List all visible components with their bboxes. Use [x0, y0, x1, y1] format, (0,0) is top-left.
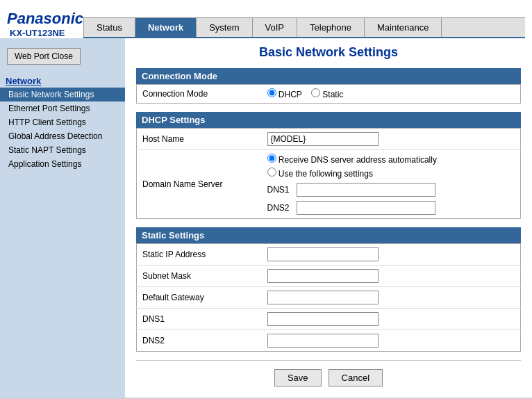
dhcp-label: DHCP [279, 90, 302, 99]
static-option[interactable]: Static [311, 90, 343, 99]
content-area: Basic Network Settings Connection Mode C… [125, 38, 532, 398]
nav-item-status[interactable]: Status [83, 18, 135, 37]
subnet-mask-row: Subnet Mask [137, 266, 521, 287]
dns-label: Domain Name Server [137, 150, 262, 219]
web-port-close-button[interactable]: Web Port Close [7, 48, 81, 65]
main-layout: Web Port Close Network Basic Network Set… [0, 38, 532, 398]
sidebar-item-http-client-settings[interactable]: HTTP Client Settings [0, 115, 125, 129]
sidebar-item-ethernet-port-settings[interactable]: Ethernet Port Settings [0, 101, 125, 115]
static-dns2-row: DNS2 [137, 330, 521, 352]
static-dns1-cell [262, 309, 521, 330]
static-radio[interactable] [311, 88, 320, 97]
dns-options-cell: Receive DNS server address automatically… [262, 150, 521, 219]
static-dns1-input[interactable] [267, 312, 379, 326]
dhcp-dns2-input[interactable] [297, 201, 435, 215]
sidebar-item-global-address-detection[interactable]: Global Address Detection [0, 129, 125, 143]
dhcp-radio[interactable] [267, 88, 276, 97]
dns-manual-radio[interactable] [267, 168, 276, 177]
static-settings-table: Static IP Address Subnet Mask Default Ga… [136, 243, 521, 352]
static-dns2-input[interactable] [267, 334, 379, 348]
nav-item-telephone[interactable]: Telephone [297, 18, 365, 37]
dhcp-option[interactable]: DHCP [267, 90, 304, 99]
dns1-label: DNS1 [267, 185, 292, 195]
static-ip-label: Static IP Address [137, 244, 262, 266]
sidebar-item-static-napt-settings[interactable]: Static NAPT Settings [0, 143, 125, 157]
sidebar-item-basic-network-settings[interactable]: Basic Network Settings [0, 88, 125, 101]
static-dns1-row: DNS1 [137, 309, 521, 330]
logo-row: Panasonic KX-UT123NE StatusNetworkSystem… [0, 0, 532, 38]
host-name-row: Host Name [137, 129, 521, 150]
top-bar: Panasonic KX-UT123NE StatusNetworkSystem… [0, 0, 532, 38]
static-dns1-label: DNS1 [137, 309, 262, 330]
subnet-mask-input[interactable] [267, 269, 379, 283]
page-title: Basic Network Settings [136, 45, 521, 60]
static-dns2-label: DNS2 [137, 330, 262, 352]
dns2-label: DNS2 [267, 203, 292, 213]
nav-item-system[interactable]: System [197, 18, 252, 37]
host-name-value-cell [262, 129, 521, 150]
model-text: KX-UT123NE [10, 28, 65, 38]
host-name-label: Host Name [137, 129, 262, 150]
sidebar: Web Port Close Network Basic Network Set… [0, 38, 125, 398]
dns1-sub-row: DNS1 [267, 183, 515, 197]
default-gateway-cell [262, 287, 521, 309]
dhcp-settings-header: DHCP Settings [136, 112, 521, 128]
static-dns2-cell [262, 330, 521, 352]
dns-auto-option[interactable]: Receive DNS server address automatically [267, 154, 515, 165]
static-ip-input[interactable] [267, 247, 379, 261]
subnet-mask-label: Subnet Mask [137, 266, 262, 287]
static-ip-cell [262, 244, 521, 266]
dns-auto-label: Receive DNS server address automatically [279, 155, 437, 165]
header-logo: Panasonic KX-UT123NE [7, 10, 83, 38]
connection-mode-label: Connection Mode [137, 85, 262, 104]
save-button[interactable]: Save [274, 369, 322, 386]
default-gateway-label: Default Gateway [137, 287, 262, 309]
default-gateway-row: Default Gateway [137, 287, 521, 309]
logo-text: Panasonic [7, 10, 83, 28]
dns2-sub-row: DNS2 [267, 201, 515, 215]
sidebar-section-title: Network [0, 73, 125, 88]
dns-auto-radio[interactable] [267, 154, 276, 163]
dns-manual-option[interactable]: Use the following settings [267, 168, 515, 179]
static-label: Static [322, 90, 343, 99]
connection-mode-table: Connection Mode DHCP Static [136, 84, 521, 104]
connection-mode-header: Connection Mode [136, 68, 521, 84]
static-ip-row: Static IP Address [137, 244, 521, 266]
dns-manual-label: Use the following settings [279, 169, 373, 179]
button-row: Save Cancel [136, 360, 521, 391]
host-name-input[interactable] [267, 132, 379, 146]
dhcp-settings-table: Host Name Domain Name Server Receive DNS… [136, 128, 521, 219]
dns-row: Domain Name Server Receive DNS server ad… [137, 150, 521, 219]
nav-item-network[interactable]: Network [135, 18, 197, 37]
dns-radio-group: Receive DNS server address automatically… [267, 154, 515, 215]
nav-item-maintenance[interactable]: Maintenance [365, 18, 442, 37]
cancel-button[interactable]: Cancel [329, 369, 383, 386]
dhcp-dns1-input[interactable] [297, 183, 435, 197]
default-gateway-input[interactable] [267, 291, 379, 304]
subnet-mask-cell [262, 266, 521, 287]
sidebar-item-application-settings[interactable]: Application Settings [0, 157, 125, 171]
connection-mode-row: Connection Mode DHCP Static [137, 85, 521, 104]
connection-mode-options: DHCP Static [262, 85, 521, 104]
static-settings-header: Static Settings [136, 227, 521, 243]
nav-item-voip[interactable]: VoIP [253, 18, 297, 37]
